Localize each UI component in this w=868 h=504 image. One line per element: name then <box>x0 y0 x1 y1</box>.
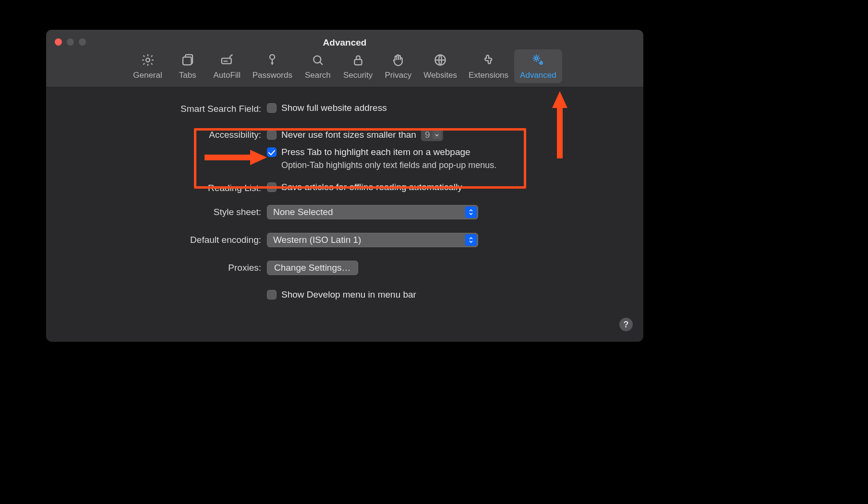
svg-rect-5 <box>354 60 362 65</box>
tab-passwords[interactable]: Passwords <box>247 49 298 83</box>
row-smart-search: Smart Search Field: Show full website ad… <box>46 103 643 114</box>
row-encoding: Default encoding: Western (ISO Latin 1) <box>46 233 643 247</box>
checkbox-show-full-url[interactable] <box>267 103 277 113</box>
svg-point-8 <box>540 62 542 64</box>
row-reading-list: Reading List: Save articles for offline … <box>46 182 643 193</box>
tab-general[interactable]: General <box>127 49 168 83</box>
row-proxies: Proxies: Change Settings… <box>46 261 643 275</box>
svg-point-3 <box>270 55 275 60</box>
style-sheet-select[interactable]: None Selected <box>267 205 478 219</box>
hand-icon <box>390 52 406 68</box>
tab-label: Search <box>305 71 331 80</box>
checkbox-save-offline[interactable] <box>267 182 277 192</box>
checkbox-never-smaller-font[interactable] <box>267 130 277 140</box>
tab-label: General <box>133 71 162 80</box>
tab-advanced[interactable]: Advanced <box>514 49 562 83</box>
titlebar: Advanced General Tabs AutoF <box>46 30 643 87</box>
style-sheet-label: Style sheet: <box>46 205 267 217</box>
row-develop-menu: Show Develop menu in menu bar <box>46 289 643 300</box>
lock-icon <box>350 52 366 68</box>
style-sheet-value: None Selected <box>273 207 333 217</box>
tab-label: Websites <box>423 71 457 80</box>
font-size-select[interactable]: 9 <box>421 129 444 141</box>
accessibility-helper-text: Option-Tab highlights only text fields a… <box>281 160 643 170</box>
tab-search[interactable]: Search <box>298 49 338 83</box>
reading-list-label: Reading List: <box>46 182 267 193</box>
tab-label: AutoFill <box>213 71 241 80</box>
autofill-icon <box>219 52 235 68</box>
tab-label: Privacy <box>385 71 411 80</box>
preferences-window: Advanced General Tabs AutoF <box>46 30 643 342</box>
encoding-label: Default encoding: <box>46 233 267 245</box>
globe-icon <box>433 52 448 68</box>
tab-privacy[interactable]: Privacy <box>378 49 418 83</box>
search-icon <box>310 52 326 68</box>
window-title: Advanced <box>46 37 643 48</box>
tabs-icon <box>180 52 195 68</box>
tab-autofill[interactable]: AutoFill <box>207 49 247 83</box>
press-tab-highlight-label: Press Tab to highlight each item on a we… <box>281 147 470 157</box>
checkbox-show-develop-menu[interactable] <box>267 290 277 300</box>
row-accessibility: Accessibility: Never use font sizes smal… <box>46 129 643 170</box>
tab-tabs[interactable]: Tabs <box>168 49 207 83</box>
show-develop-menu-label: Show Develop menu in menu bar <box>281 289 416 300</box>
show-full-url-label: Show full website address <box>281 103 387 113</box>
key-icon <box>265 52 280 68</box>
tab-label: Security <box>343 71 373 80</box>
svg-point-0 <box>146 58 150 62</box>
tab-label: Passwords <box>253 71 292 80</box>
checkbox-press-tab-highlight[interactable] <box>267 147 277 157</box>
tab-websites[interactable]: Websites <box>418 49 463 83</box>
gears-icon <box>530 52 546 68</box>
advanced-pane: Smart Search Field: Show full website ad… <box>46 87 643 342</box>
help-icon: ? <box>624 320 629 330</box>
svg-rect-1 <box>183 57 192 65</box>
updown-arrows-icon <box>465 206 477 218</box>
empty-label <box>46 289 267 290</box>
tab-label: Advanced <box>520 71 556 80</box>
encoding-select[interactable]: Western (ISO Latin 1) <box>267 233 478 247</box>
tab-extensions[interactable]: Extensions <box>463 49 514 83</box>
preferences-toolbar: General Tabs AutoFill Pass <box>46 49 643 83</box>
svg-point-4 <box>313 56 321 63</box>
accessibility-label: Accessibility: <box>46 129 267 140</box>
updown-arrows-icon <box>465 234 477 246</box>
tab-label: Extensions <box>469 71 508 80</box>
gear-icon <box>140 52 156 68</box>
tab-label: Tabs <box>179 71 196 80</box>
change-proxy-settings-button[interactable]: Change Settings… <box>267 261 358 275</box>
button-label: Change Settings… <box>274 263 351 273</box>
never-smaller-font-label: Never use font sizes smaller than <box>281 130 416 140</box>
encoding-value: Western (ISO Latin 1) <box>273 235 361 245</box>
chevron-down-icon <box>433 131 441 139</box>
tab-security[interactable]: Security <box>338 49 378 83</box>
proxies-label: Proxies: <box>46 261 267 273</box>
puzzle-icon <box>481 52 496 68</box>
save-offline-label: Save articles for offline reading automa… <box>281 182 462 192</box>
font-size-value: 9 <box>425 130 430 140</box>
row-style-sheet: Style sheet: None Selected <box>46 205 643 219</box>
svg-point-7 <box>535 57 538 60</box>
help-button[interactable]: ? <box>619 318 633 331</box>
smart-search-label: Smart Search Field: <box>46 103 267 114</box>
